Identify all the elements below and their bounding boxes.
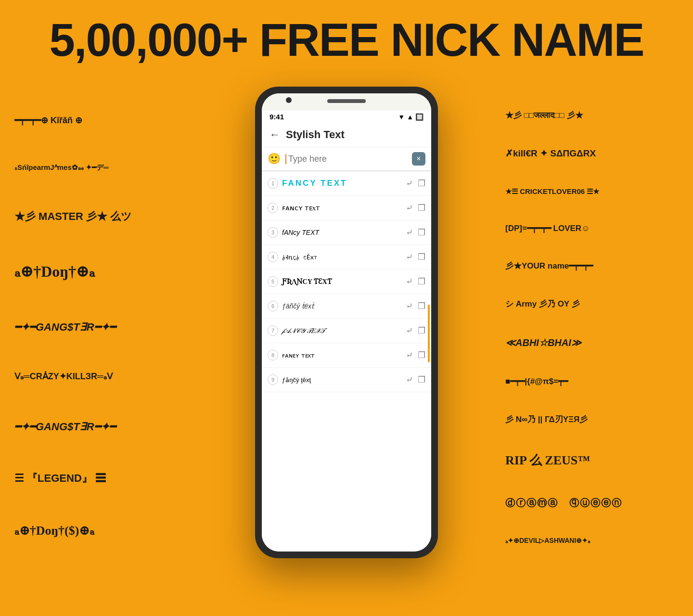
phone-camera <box>286 97 292 103</box>
item-text-4: ꞗꞖꞑꞔꞗ ꞇĚxᴛ <box>282 254 402 261</box>
signal-icon: ▼ <box>398 113 405 121</box>
battery-icon: 🔲 <box>415 113 424 121</box>
item-text-2: ꜰᴀɴᴄʏ ᴛᴇxᴛ <box>282 204 402 212</box>
phone-device: 9:41 ▼ ▲ 🔲 ← Stylish Text 🙂 × <box>255 87 438 558</box>
left-deco-7: ━✦━GANG$TƎR━✦━ <box>14 418 164 435</box>
right-deco-9: 彡 N∞乃 || ΓΔ刃YΞЯ彡 <box>505 413 679 426</box>
right-deco-5: 彡★YOUR name━┯━┯━ <box>505 259 679 272</box>
text-item: 5 ƑƦΛƝCY ƬƐXƬ ⤶ ❐ <box>262 270 431 294</box>
emoji-button[interactable]: 🙂 <box>268 153 281 165</box>
item-text-9: ƒǎŋčý ţĕxţ <box>282 376 402 384</box>
app-header: ← Stylish Text <box>262 123 431 147</box>
clear-button[interactable]: × <box>412 152 425 166</box>
search-bar: 🙂 × <box>262 147 431 171</box>
left-deco-6: ᐯₐ═CRȦZY✦KILLЗR═ₐᐯ <box>14 370 164 384</box>
text-item: 9 ƒǎŋčý ţĕxţ ⤶ ❐ <box>262 368 431 392</box>
share-button-3[interactable]: ⤶ <box>406 227 413 238</box>
scroll-indicator <box>428 305 430 362</box>
item-actions-4: ⤶ ❐ <box>406 252 425 262</box>
text-item: 3 fANcy TEXT ⤶ ❐ <box>262 220 431 245</box>
phone-speaker <box>327 99 366 103</box>
share-button-6[interactable]: ⤶ <box>406 301 413 311</box>
text-item: 4 ꞗꞖꞑꞔꞗ ꞇĚxᴛ ⤶ ❐ <box>262 245 431 270</box>
copy-button-2[interactable]: ❐ <box>418 203 425 213</box>
phone-wrapper: 9:41 ▼ ▲ 🔲 ← Stylish Text 🙂 × <box>255 87 438 558</box>
copy-button-3[interactable]: ❐ <box>418 227 425 238</box>
left-deco-9: ₐ⊕†Doŋ†($)⊕ₐ <box>14 521 164 541</box>
item-text-5: ƑƦΛƝCY ƬƐXƬ <box>282 278 402 286</box>
right-deco-4: [DP]=━┯━┯━ LOVER☺ <box>505 222 679 235</box>
item-number-4: 4 <box>268 252 278 262</box>
item-number-6: 6 <box>268 301 278 311</box>
status-icons: ▼ ▲ 🔲 <box>398 113 424 121</box>
text-item: 2 ꜰᴀɴᴄʏ ᴛᴇxᴛ ⤶ ❐ <box>262 196 431 220</box>
item-actions-1: ⤶ ❐ <box>406 178 425 189</box>
wifi-icon: ▲ <box>407 113 413 121</box>
copy-button-5[interactable]: ❐ <box>418 276 425 287</box>
item-actions-9: ⤶ ❐ <box>406 374 425 385</box>
copy-button-6[interactable]: ❐ <box>418 301 425 311</box>
item-text-1: FANCY TEXT <box>282 179 402 188</box>
phone-notch <box>262 93 431 111</box>
text-item: 1 FANCY TEXT ⤶ ❐ <box>262 171 431 196</box>
share-button-4[interactable]: ⤶ <box>406 252 413 262</box>
item-actions-3: ⤶ ❐ <box>406 227 425 238</box>
share-button-5[interactable]: ⤶ <box>406 276 413 287</box>
copy-button-8[interactable]: ❐ <box>418 350 425 360</box>
copy-button-7[interactable]: ❐ <box>418 325 425 336</box>
item-text-7: 𝒻𝒜𝒩𝒞𝒴 𝒯𝐸𝒳𝒯 <box>282 327 402 335</box>
item-text-6: ƒäñčý ṫëxṫ <box>282 302 402 310</box>
right-deco-12: ₐ✦⊕DEVIL▷ASHWANI⊕✦ₐ <box>505 535 679 546</box>
left-deco-4: ₐ⊕†Doŋ†⊕ₐ <box>14 259 164 284</box>
right-deco-11: ⓓⓡⓐⓜⓐ ⓠⓤⓔⓔⓝ <box>505 495 679 511</box>
item-number-3: 3 <box>268 227 278 238</box>
text-item: 7 𝒻𝒜𝒩𝒞𝒴 𝒯𝐸𝒳𝒯 ⤶ ❐ <box>262 319 431 343</box>
item-text-8: ꜰᴀɴᴇʏ ᴛᴇxᴛ <box>282 352 402 359</box>
item-number-5: 5 <box>268 276 278 287</box>
text-item: 8 ꜰᴀɴᴇʏ ᴛᴇxᴛ ⤶ ❐ <box>262 343 431 368</box>
left-deco-3: ★彡 MASTER 彡★ 么ツ <box>14 208 164 225</box>
status-bar: 9:41 ▼ ▲ 🔲 <box>262 111 431 123</box>
share-button-8[interactable]: ⤶ <box>406 350 413 360</box>
left-deco-2: ₛSńîpearmJᴬmes✿ₐₑ ✦━デ═ <box>14 162 164 173</box>
right-deco-2: ✗kill€R ✦ SΔΠGΔRX <box>505 146 679 161</box>
right-deco-1: ★彡 □□जल्लाद□□ 彡★ <box>505 109 679 122</box>
right-deco-3: ★☰ CRICKETLOVER06 ☰★ <box>505 186 679 197</box>
share-button-2[interactable]: ⤶ <box>406 203 413 213</box>
left-deco-1: ━┯━┯━⊕ Kîřăñ ⊕ <box>14 114 164 128</box>
back-button[interactable]: ← <box>270 128 280 141</box>
item-number-9: 9 <box>268 374 278 385</box>
item-actions-7: ⤶ ❐ <box>406 325 425 336</box>
status-time: 9:41 <box>270 113 284 121</box>
copy-button-1[interactable]: ❐ <box>418 178 425 189</box>
app-title: Stylish Text <box>286 128 345 141</box>
item-actions-2: ⤶ ❐ <box>406 203 425 213</box>
text-item: 6 ƒäñčý ṫëxṫ ⤶ ❐ <box>262 294 431 319</box>
copy-button-9[interactable]: ❐ <box>418 374 425 385</box>
text-list: 1 FANCY TEXT ⤶ ❐ 2 ꜰᴀɴᴄʏ ᴛᴇxᴛ ⤶ ❐ <box>262 171 431 552</box>
item-actions-6: ⤶ ❐ <box>406 301 425 311</box>
item-actions-5: ⤶ ❐ <box>406 276 425 287</box>
left-deco-5: ━✦━GANG$TƎR━✦━ <box>14 319 164 335</box>
item-number-8: 8 <box>268 350 278 360</box>
main-heading: 5,00,000+ FREE NICK NAME <box>0 0 693 65</box>
right-deco-6: シ Army 彡乃 OY 彡 <box>505 297 679 310</box>
share-button-7[interactable]: ⤶ <box>406 325 413 336</box>
right-deco-7: ≪ABHI☆BHAI≫ <box>505 335 679 350</box>
phone-screen: 9:41 ▼ ▲ 🔲 ← Stylish Text 🙂 × <box>262 93 431 552</box>
share-button-9[interactable]: ⤶ <box>406 374 413 385</box>
share-button-1[interactable]: ⤶ <box>406 178 413 189</box>
left-decorations: ━┯━┯━⊕ Kîřăñ ⊕ ₛSńîpearmJᴬmes✿ₐₑ ✦━デ═ ★彡… <box>0 87 178 568</box>
item-actions-8: ⤶ ❐ <box>406 350 425 360</box>
copy-button-4[interactable]: ❐ <box>418 252 425 262</box>
right-deco-10: RIP 么 ZEUS™ <box>505 450 679 471</box>
right-deco-8: ■━┯━|{#@π$=┯━ <box>505 375 679 388</box>
item-text-3: fANcy TEXT <box>282 229 402 236</box>
item-number-1: 1 <box>268 178 278 189</box>
left-deco-8: ☰ 『LEGEND』 ☰ <box>14 470 164 487</box>
item-number-2: 2 <box>268 203 278 213</box>
item-number-7: 7 <box>268 325 278 336</box>
search-input[interactable] <box>285 154 407 164</box>
right-decorations: ★彡 □□जल्लाद□□ 彡★ ✗kill€R ✦ SΔΠGΔRX ★☰ CR… <box>491 87 693 568</box>
